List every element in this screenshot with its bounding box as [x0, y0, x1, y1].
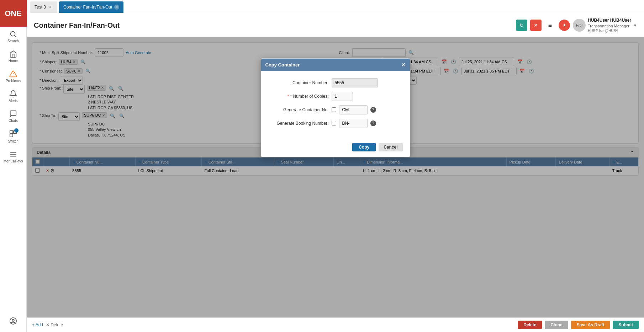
modal-overlay: Copy Container ✕ Container Number: * Num…	[27, 37, 644, 317]
search-icon	[9, 30, 17, 38]
modal-gen-booking-label: Generate Booking Number:	[268, 121, 329, 126]
delete-button[interactable]: Delete	[518, 321, 542, 329]
copy-container-modal: Copy Container ✕ Container Number: * Num…	[261, 58, 410, 157]
header-actions: ↻ ✕ ≡ ★ Prof HUB4User HUB4User Transport…	[516, 18, 637, 33]
tab-test3[interactable]: Test 3 ✕	[30, 1, 57, 13]
modal-gen-booking-checkbox[interactable]	[332, 121, 336, 125]
sidebar-item-alerts[interactable]: Alerts	[0, 86, 26, 106]
notification-icon[interactable]: ★	[559, 20, 570, 31]
warning-icon	[9, 70, 17, 78]
clone-button[interactable]: Clone	[545, 321, 568, 329]
notification-area: ★	[559, 20, 570, 31]
gen-booking-help-icon[interactable]: ?	[370, 121, 376, 126]
bottom-left-actions: + Add ✕ Delete	[32, 322, 63, 327]
modal-title: Copy Container	[265, 62, 300, 68]
sidebar-item-menus[interactable]: Menus/Favs	[0, 147, 26, 167]
app-logo: ONE	[0, 0, 27, 27]
modal-footer: Copy Cancel	[261, 139, 410, 157]
svg-point-11	[12, 319, 14, 321]
avatar: Prof	[573, 19, 586, 32]
sidebar-item-switch[interactable]: Switch	[0, 126, 26, 147]
main-area: Test 3 ✕ Container Fan-In/Fan-Out ✕ Cont…	[27, 0, 644, 332]
sidebar-item-search[interactable]: Search	[0, 27, 26, 47]
svg-line-1	[15, 36, 16, 37]
home-icon	[9, 50, 17, 58]
modal-close-button[interactable]: ✕	[401, 61, 406, 68]
tab-container-fanin-close[interactable]: ✕	[114, 5, 119, 10]
modal-header: Copy Container ✕	[261, 59, 410, 71]
modal-copies-input[interactable]	[332, 92, 353, 101]
modal-body: Container Number: * Number of Copies: Ge…	[261, 71, 410, 139]
page-title: Container Fan-In/Fan-Out	[34, 21, 120, 30]
profile-icon	[9, 317, 17, 325]
bell-icon	[9, 90, 17, 98]
modal-gen-container-row: Generate Container No: ?	[268, 105, 403, 114]
bottom-bar: + Add ✕ Delete Delete Clone Save As Draf…	[27, 317, 644, 332]
modal-gen-container-checkbox[interactable]	[332, 107, 336, 112]
bottom-right-actions: Delete Clone Save As Draft Submit	[518, 321, 639, 329]
sidebar: ONE Search Home Problems Alerts Chats	[0, 0, 27, 332]
chat-icon	[9, 110, 17, 118]
submit-button[interactable]: Submit	[613, 321, 639, 329]
gen-container-help-icon[interactable]: ?	[370, 107, 376, 113]
menu-button[interactable]: ≡	[544, 20, 556, 31]
tab-bar: Test 3 ✕ Container Fan-In/Fan-Out ✕	[27, 0, 644, 14]
close-button[interactable]: ✕	[530, 20, 542, 31]
modal-gen-container-label: Generate Container No:	[268, 107, 329, 112]
tab-container-fanin[interactable]: Container Fan-In/Fan-Out ✕	[59, 1, 123, 13]
svg-rect-6	[10, 134, 13, 137]
sidebar-profile[interactable]	[0, 314, 26, 328]
delete-link-button[interactable]: ✕ Delete	[46, 322, 63, 327]
add-button[interactable]: + Add	[32, 322, 43, 327]
sidebar-item-home[interactable]: Home	[0, 47, 26, 66]
save-as-draft-button[interactable]: Save As Draft	[571, 321, 610, 329]
modal-gen-booking-row: Generate Booking Number: ?	[268, 119, 403, 128]
modal-gen-container-prefix-input[interactable]	[339, 105, 368, 114]
modal-copy-button[interactable]: Copy	[352, 143, 376, 151]
modal-copies-label: * Number of Copies:	[268, 94, 329, 99]
tab-test3-close[interactable]: ✕	[48, 5, 53, 10]
menu-icon	[9, 150, 17, 158]
user-dropdown-icon[interactable]: ▼	[633, 23, 637, 27]
modal-cancel-button[interactable]: Cancel	[379, 143, 402, 151]
user-info: HUB4User HUB4User Transportation Manager…	[588, 18, 631, 33]
modal-container-number-input[interactable]	[332, 78, 378, 87]
modal-container-number-label: Container Number:	[268, 80, 329, 85]
page-header: Container Fan-In/Fan-Out ↻ ✕ ≡ ★ Prof HU…	[27, 14, 644, 37]
modal-container-number-row: Container Number:	[268, 78, 403, 87]
svg-point-0	[11, 32, 15, 36]
modal-copies-row: * Number of Copies:	[268, 92, 403, 101]
sidebar-item-problems[interactable]: Problems	[0, 66, 26, 86]
switch-badge	[14, 128, 19, 133]
content: * Multi-Split Shipment Number: Auto Gene…	[27, 37, 644, 317]
modal-gen-booking-prefix-input[interactable]	[339, 119, 368, 128]
svg-rect-4	[10, 131, 13, 134]
user-profile[interactable]: Prof HUB4User HUB4User Transportation Ma…	[573, 18, 637, 33]
sidebar-item-chats[interactable]: Chats	[0, 106, 26, 126]
refresh-button[interactable]: ↻	[516, 20, 527, 31]
